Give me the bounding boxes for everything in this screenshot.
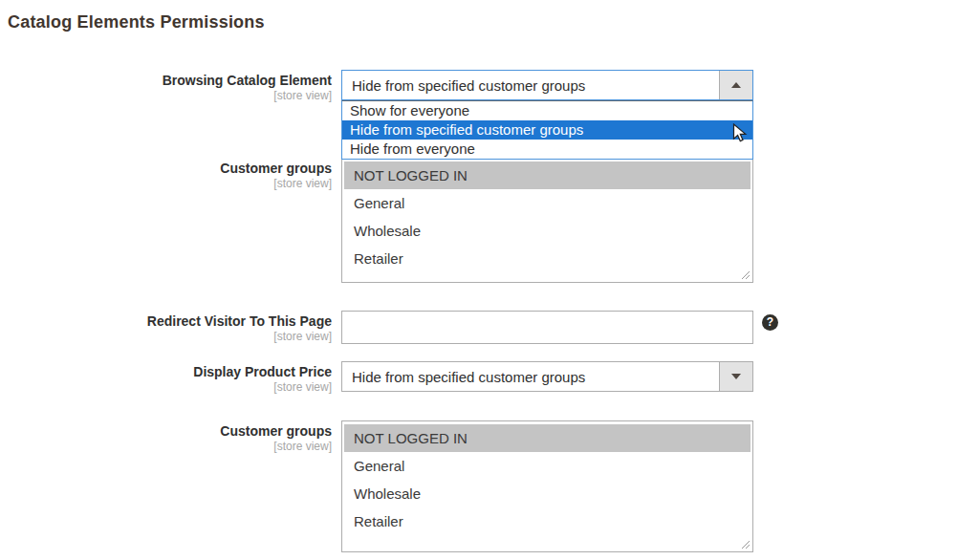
form-row-display-product-price: Display Product Price [store view] Hide …	[0, 361, 979, 395]
label-col: Customer groups [store view]	[0, 420, 332, 454]
redirect-visitor-input[interactable]	[341, 311, 753, 344]
browsing-catalog-element-dropdown-list: Show for everyone Hide from specified cu…	[341, 100, 753, 160]
field-col: Hide from specified customer groups	[341, 361, 753, 392]
customer-groups-top-scope: [store view]	[0, 177, 332, 191]
dropdown-option-hide-from-everyone[interactable]: Hide from everyone	[342, 140, 752, 159]
field-col: ?	[341, 311, 753, 344]
display-product-price-select-button[interactable]	[719, 362, 752, 391]
label-col: Redirect Visitor To This Page [store vie…	[0, 311, 332, 344]
redirect-visitor-label: Redirect Visitor To This Page	[0, 313, 332, 330]
multiselect-option-retailer[interactable]: Retailer	[344, 245, 751, 272]
multiselect-option-wholesale[interactable]: Wholesale	[344, 480, 751, 507]
label-col: Display Product Price [store view]	[0, 361, 332, 395]
customer-groups-top-label: Customer groups	[0, 161, 332, 177]
display-product-price-select-value: Hide from specified customer groups	[342, 362, 719, 391]
dropdown-option-show-for-everyone[interactable]: Show for everyone	[342, 101, 752, 120]
browsing-catalog-element-select-value: Hide from specified customer groups	[342, 71, 719, 99]
multiselect-option-general[interactable]: General	[344, 452, 751, 480]
chevron-up-icon	[731, 82, 741, 88]
browsing-catalog-element-select-button[interactable]	[719, 71, 752, 99]
field-col: Hide from specified customer groups Show…	[341, 70, 753, 100]
customer-groups-bottom-scope: [store view]	[0, 440, 332, 454]
chevron-down-icon	[731, 374, 741, 379]
label-col: Customer groups [store view]	[0, 158, 332, 191]
multiselect-option-not-logged-in[interactable]: NOT LOGGED IN	[344, 424, 751, 452]
page-title: Catalog Elements Permissions	[8, 10, 979, 34]
display-product-price-scope: [store view]	[0, 380, 332, 395]
display-product-price-label: Display Product Price	[0, 364, 332, 380]
dropdown-option-hide-from-specified-customer-groups[interactable]: Hide from specified customer groups	[342, 120, 752, 140]
field-col: NOT LOGGED IN General Wholesale Retailer	[341, 420, 753, 552]
form-row-customer-groups-top: Customer groups [store view] NOT LOGGED …	[0, 158, 979, 283]
browsing-catalog-element-label: Browsing Catalog Element	[0, 73, 332, 89]
customer-groups-top-multiselect[interactable]: NOT LOGGED IN General Wholesale Retailer	[341, 158, 753, 283]
customer-groups-bottom-multiselect[interactable]: NOT LOGGED IN General Wholesale Retailer	[341, 420, 753, 552]
help-icon[interactable]: ?	[762, 314, 778, 331]
display-product-price-select[interactable]: Hide from specified customer groups	[341, 361, 753, 392]
form-row-browsing-catalog-element: Browsing Catalog Element [store view] Hi…	[0, 70, 979, 103]
multiselect-option-not-logged-in[interactable]: NOT LOGGED IN	[344, 162, 751, 189]
browsing-catalog-element-select[interactable]: Hide from specified customer groups	[341, 70, 753, 100]
multiselect-option-retailer[interactable]: Retailer	[344, 507, 751, 535]
browsing-catalog-element-scope: [store view]	[0, 89, 332, 103]
form-row-customer-groups-bottom: Customer groups [store view] NOT LOGGED …	[0, 420, 979, 552]
resize-handle-icon[interactable]	[740, 539, 751, 549]
label-col: Browsing Catalog Element [store view]	[0, 70, 332, 103]
customer-groups-bottom-label: Customer groups	[0, 423, 332, 440]
multiselect-option-general[interactable]: General	[344, 189, 751, 217]
multiselect-option-wholesale[interactable]: Wholesale	[344, 217, 751, 245]
resize-handle-icon[interactable]	[740, 269, 751, 280]
redirect-visitor-scope: [store view]	[0, 330, 332, 344]
field-col: NOT LOGGED IN General Wholesale Retailer	[341, 158, 753, 283]
form-row-redirect-visitor: Redirect Visitor To This Page [store vie…	[0, 311, 979, 344]
